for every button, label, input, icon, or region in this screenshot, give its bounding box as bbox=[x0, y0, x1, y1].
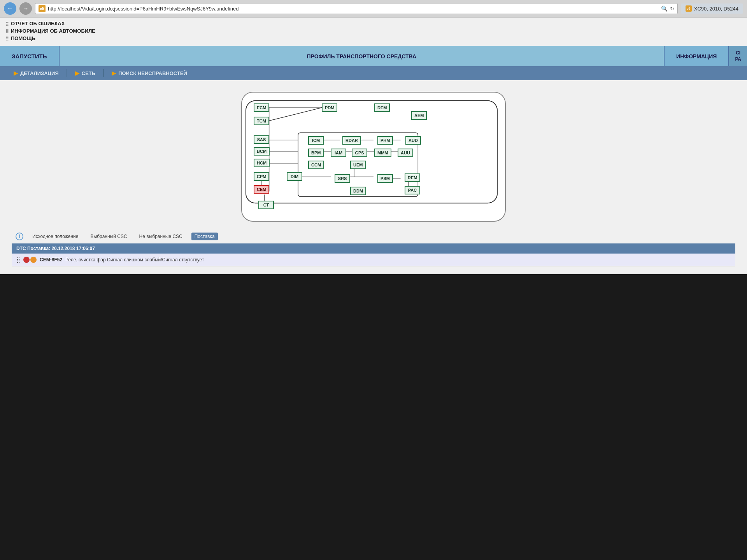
status-legend: i Исходное положение Выбранный CSC Не вы… bbox=[12, 229, 735, 243]
ecu-sas[interactable]: SAS bbox=[254, 135, 269, 144]
dtc-description: Реле, очистка фар Сигнал слишком слабый/… bbox=[65, 257, 204, 262]
menu-item-help[interactable]: ПОМОЩЬ bbox=[6, 35, 741, 41]
address-search-icon[interactable]: 🔍 bbox=[661, 5, 668, 12]
ecu-icm[interactable]: ICM bbox=[308, 136, 324, 145]
dtc-header: DTC Поставка: 20.12.2018 17:06:07 bbox=[12, 243, 735, 254]
ecu-tcm[interactable]: TCM bbox=[254, 117, 269, 125]
ecu-diagram: ECM TCM SAS BCM HCM CPM CEM CT DIM PDM D… bbox=[241, 92, 506, 222]
address-input[interactable] bbox=[48, 6, 659, 12]
nav-cipi[interactable]: CIРА bbox=[728, 46, 747, 66]
dtc-status-icons bbox=[23, 257, 37, 263]
address-bar-container: e5 🔍 ↻ bbox=[35, 3, 678, 14]
legend-delivery[interactable]: Поставка bbox=[191, 233, 218, 240]
ecu-aud[interactable]: AUD bbox=[405, 136, 421, 145]
ecu-srs[interactable]: SRS bbox=[335, 174, 350, 183]
ecu-rdar[interactable]: RDAR bbox=[342, 136, 361, 145]
arrow-faults-icon: ▶ bbox=[112, 70, 116, 76]
subnav-network-label: СЕТЬ bbox=[82, 70, 95, 76]
dtc-code[interactable]: CEM-8F52 bbox=[40, 257, 62, 262]
ecu-bpm[interactable]: BPM bbox=[308, 149, 324, 157]
forward-button[interactable]: → bbox=[19, 2, 32, 15]
browser-toolbar: ← → e5 🔍 ↻ e5 XC90, 2010, D5244 bbox=[0, 0, 747, 18]
ecu-gps[interactable]: GPS bbox=[352, 149, 367, 157]
ecu-uem[interactable]: UEM bbox=[350, 161, 366, 169]
menu-item-carinfo[interactable]: ИНФОРМАЦИЯ ОБ АВТОМОБИЛЕ bbox=[6, 28, 741, 34]
subnav-faults-label: ПОИСК НЕИСПРАВНОСТЕЙ bbox=[118, 70, 187, 76]
ecu-iam[interactable]: IAM bbox=[331, 149, 346, 157]
ecu-ecm[interactable]: ECM bbox=[254, 103, 269, 112]
ecu-pdm[interactable]: PDM bbox=[322, 103, 337, 112]
cipi-label: CIРА bbox=[735, 50, 741, 62]
ecu-pac[interactable]: PAC bbox=[405, 186, 420, 194]
menu-item-errors[interactable]: ОТЧЕТ ОБ ОШИБКАХ bbox=[6, 21, 741, 26]
subnav-divider-1 bbox=[67, 69, 67, 77]
ecu-dem[interactable]: DEM bbox=[374, 103, 390, 112]
back-button[interactable]: ← bbox=[4, 2, 16, 15]
browser-icon: e5 bbox=[39, 5, 46, 12]
status-area: i Исходное положение Выбранный CSC Не вы… bbox=[12, 229, 735, 266]
legend-original[interactable]: Исходное положение bbox=[29, 233, 82, 240]
run-button[interactable]: ЗАПУСТИТЬ bbox=[0, 46, 59, 66]
arrow-network-icon: ▶ bbox=[75, 70, 79, 76]
browser-chrome: ← → e5 🔍 ↻ e5 XC90, 2010, D5244 bbox=[0, 0, 747, 18]
ecu-hcm[interactable]: HCM bbox=[254, 159, 270, 167]
ecu-ct[interactable]: CT bbox=[258, 201, 274, 209]
subnav-faults[interactable]: ▶ ПОИСК НЕИСПРАВНОСТЕЙ bbox=[106, 67, 193, 79]
subnav-network[interactable]: ▶ СЕТЬ bbox=[69, 67, 101, 79]
sub-nav: ▶ ДЕТАЛИЗАЦИЯ ▶ СЕТЬ ▶ ПОИСК НЕИСПРАВНОС… bbox=[0, 66, 747, 80]
info-icon[interactable]: i bbox=[16, 233, 23, 240]
ecu-aem[interactable]: AEM bbox=[411, 111, 427, 120]
app-container: ОТЧЕТ ОБ ОШИБКАХ ИНФОРМАЦИЯ ОБ АВТОМОБИЛ… bbox=[0, 18, 747, 274]
ecu-bcm[interactable]: BCM bbox=[254, 147, 270, 156]
refresh-icon[interactable]: ↻ bbox=[670, 6, 674, 12]
ecu-mmm[interactable]: MMM bbox=[374, 149, 391, 157]
legend-selected[interactable]: Выбранный CSC bbox=[88, 233, 130, 240]
ecu-ccm[interactable]: CCM bbox=[308, 161, 324, 169]
ecu-psm[interactable]: PSM bbox=[377, 174, 393, 183]
ecu-ddm[interactable]: DDM bbox=[350, 187, 366, 195]
tab-label: XC90, 2010, D5244 bbox=[694, 6, 738, 12]
ecu-cpm[interactable]: CPM bbox=[254, 172, 269, 181]
car-info-tab[interactable]: e5 XC90, 2010, D5244 bbox=[681, 4, 743, 14]
car-icon: e5 bbox=[686, 5, 692, 12]
main-content: ECM TCM SAS BCM HCM CPM CEM CT DIM PDM D… bbox=[0, 80, 747, 274]
arrow-detail-icon: ▶ bbox=[14, 70, 18, 76]
subnav-divider-2 bbox=[103, 69, 104, 77]
ecu-rem[interactable]: REM bbox=[405, 173, 420, 182]
ecu-auu[interactable]: AUU bbox=[398, 149, 413, 157]
subnav-detail[interactable]: ▶ ДЕТАЛИЗАЦИЯ bbox=[8, 67, 65, 79]
dtc-orange-icon bbox=[30, 257, 37, 263]
ecu-dim[interactable]: DIM bbox=[287, 172, 302, 181]
subnav-detail-label: ДЕТАЛИЗАЦИЯ bbox=[20, 70, 59, 76]
ecu-phm[interactable]: PHM bbox=[377, 136, 393, 145]
dtc-dots-icon: ⣿ bbox=[16, 257, 20, 263]
dtc-red-icon bbox=[23, 257, 30, 263]
legend-unselected[interactable]: Не выбранные CSC bbox=[136, 233, 186, 240]
nav-info[interactable]: ИНФОРМАЦИЯ bbox=[665, 46, 728, 66]
menu-bar: ОТЧЕТ ОБ ОШИБКАХ ИНФОРМАЦИЯ ОБ АВТОМОБИЛ… bbox=[0, 18, 747, 46]
ecu-cem[interactable]: CEM bbox=[254, 185, 269, 194]
nav-header: ЗАПУСТИТЬ ПРОФИЛЬ ТРАНСПОРТНОГО СРЕДСТВА… bbox=[0, 46, 747, 66]
dtc-row: ⣿ CEM-8F52 Реле, очистка фар Сигнал слиш… bbox=[12, 254, 735, 266]
nav-profile: ПРОФИЛЬ ТРАНСПОРТНОГО СРЕДСТВА bbox=[59, 46, 665, 66]
